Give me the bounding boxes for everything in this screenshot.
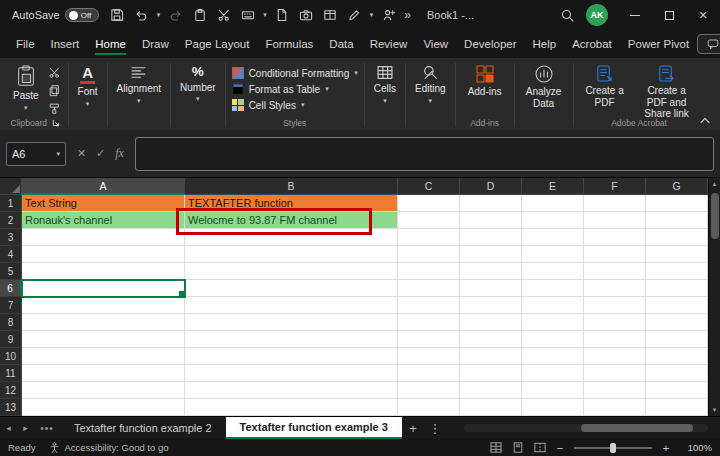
menu-tab-view[interactable]: View (415, 32, 456, 56)
cell-D4[interactable] (460, 246, 522, 263)
column-header-A[interactable]: A (22, 178, 185, 195)
page-break-view-button[interactable] (533, 442, 546, 454)
cell-C6[interactable] (398, 280, 460, 297)
cell-B10[interactable] (185, 348, 398, 365)
cell-B11[interactable] (185, 365, 398, 382)
cell-D9[interactable] (460, 331, 522, 348)
cell-B8[interactable] (185, 314, 398, 331)
cell-F1[interactable] (584, 195, 646, 212)
menu-tab-formulas[interactable]: Formulas (257, 32, 321, 56)
row-header-6[interactable]: 6 (0, 280, 22, 297)
cell-B2[interactable]: Welocme to 93.87 FM channel (185, 212, 398, 229)
vertical-scroll-thumb[interactable] (711, 193, 719, 239)
menu-tab-acrobat[interactable]: Acrobat (564, 32, 620, 56)
cell-D5[interactable] (460, 263, 522, 280)
column-header-G[interactable]: G (646, 178, 708, 195)
column-header-C[interactable]: C (398, 178, 460, 195)
create-pdf-share-button[interactable]: Create a PDF and Share link (635, 62, 699, 122)
cell-F12[interactable] (584, 382, 646, 399)
cell-F11[interactable] (584, 365, 646, 382)
menu-tab-help[interactable]: Help (525, 32, 565, 56)
sheet-nav-right-icon[interactable]: ▸ (17, 417, 34, 439)
format-painter-button[interactable] (47, 102, 62, 115)
cell-C9[interactable] (398, 331, 460, 348)
sheet-tab-2[interactable]: Textafter function example 3 (226, 417, 402, 439)
format-as-table-button[interactable]: Format as Table ▾ (232, 83, 329, 95)
sheet-nav-left-icon[interactable]: ◂ (0, 417, 17, 439)
name-box[interactable]: A6 ▾ (6, 142, 66, 166)
cell-F7[interactable] (584, 297, 646, 314)
cell-D3[interactable] (460, 229, 522, 246)
menu-tab-data[interactable]: Data (321, 32, 361, 56)
cell-E10[interactable] (522, 348, 584, 365)
menu-tab-home[interactable]: Home (87, 32, 134, 56)
cell-F4[interactable] (584, 246, 646, 263)
cell-F5[interactable] (584, 263, 646, 280)
cell-C2[interactable] (398, 212, 460, 229)
cell-G13[interactable] (646, 399, 708, 416)
addins-button[interactable]: Add-ins (462, 62, 508, 100)
column-header-E[interactable]: E (522, 178, 584, 195)
cell-G2[interactable] (646, 212, 708, 229)
cancel-entry-icon[interactable]: ✕ (72, 147, 91, 160)
cell-G7[interactable] (646, 297, 708, 314)
row-header-9[interactable]: 9 (0, 331, 22, 348)
cell-A12[interactable] (22, 382, 185, 399)
cell-G3[interactable] (646, 229, 708, 246)
row-header-3[interactable]: 3 (0, 229, 22, 246)
cell-D13[interactable] (460, 399, 522, 416)
menu-tab-developer[interactable]: Developer (456, 32, 524, 56)
zoom-in-button[interactable]: + (661, 442, 671, 454)
create-pdf-button[interactable]: Create a PDF (580, 62, 630, 110)
row-header-13[interactable]: 13 (0, 399, 22, 416)
editing-button[interactable]: Editing ▾ (412, 62, 449, 107)
cell-C10[interactable] (398, 348, 460, 365)
minimize-button[interactable] (618, 0, 652, 30)
number-button[interactable]: % Number ▾ (177, 62, 219, 105)
cell-C3[interactable] (398, 229, 460, 246)
cell-E11[interactable] (522, 365, 584, 382)
zoom-slider[interactable] (574, 447, 652, 449)
cell-D1[interactable] (460, 195, 522, 212)
dialog-launcher-icon[interactable] (51, 118, 61, 128)
name-box-dropdown-icon[interactable]: ▾ (56, 151, 60, 157)
normal-view-button[interactable] (489, 442, 502, 454)
cell-G11[interactable] (646, 365, 708, 382)
cell-F8[interactable] (584, 314, 646, 331)
cell-E13[interactable] (522, 399, 584, 416)
accessibility-status[interactable]: Accessibility: Good to go (49, 442, 168, 453)
sheet-options-icon[interactable]: ⋮ (424, 417, 446, 439)
avatar[interactable]: AK (586, 4, 608, 26)
cell-G10[interactable] (646, 348, 708, 365)
menu-tab-file[interactable]: File (8, 32, 43, 56)
cell-A2[interactable]: Ronauk's channel (22, 212, 185, 229)
zoom-level[interactable]: 100% (680, 442, 712, 453)
cell-C8[interactable] (398, 314, 460, 331)
cell-G8[interactable] (646, 314, 708, 331)
cell-A7[interactable] (22, 297, 185, 314)
cell-D12[interactable] (460, 382, 522, 399)
cut-icon[interactable] (215, 6, 232, 24)
cell-A5[interactable] (22, 263, 185, 280)
cell-G4[interactable] (646, 246, 708, 263)
cell-B5[interactable] (185, 263, 398, 280)
search-icon[interactable] (559, 6, 576, 24)
analyze-data-button[interactable]: Analyze Data (521, 62, 567, 111)
undo-button[interactable] (133, 6, 150, 24)
cell-E3[interactable] (522, 229, 584, 246)
paste-button[interactable]: Paste ▾ (10, 62, 42, 114)
keyboard-icon[interactable] (239, 6, 256, 24)
cell-F3[interactable] (584, 229, 646, 246)
cell-D8[interactable] (460, 314, 522, 331)
row-header-2[interactable]: 2 (0, 212, 22, 229)
cell-styles-button[interactable]: Cell Styles ▾ (232, 99, 305, 111)
sheet-tab-1[interactable]: Textafter function example 2 (60, 417, 226, 439)
cell-B6[interactable] (185, 280, 398, 297)
cell-A8[interactable] (22, 314, 185, 331)
undo-dropdown-icon[interactable]: ▾ (157, 12, 161, 18)
close-button[interactable]: × (686, 0, 720, 30)
table-icon[interactable] (322, 6, 339, 24)
cell-E1[interactable] (522, 195, 584, 212)
cell-A10[interactable] (22, 348, 185, 365)
comments-button[interactable]: Comments (697, 34, 720, 54)
